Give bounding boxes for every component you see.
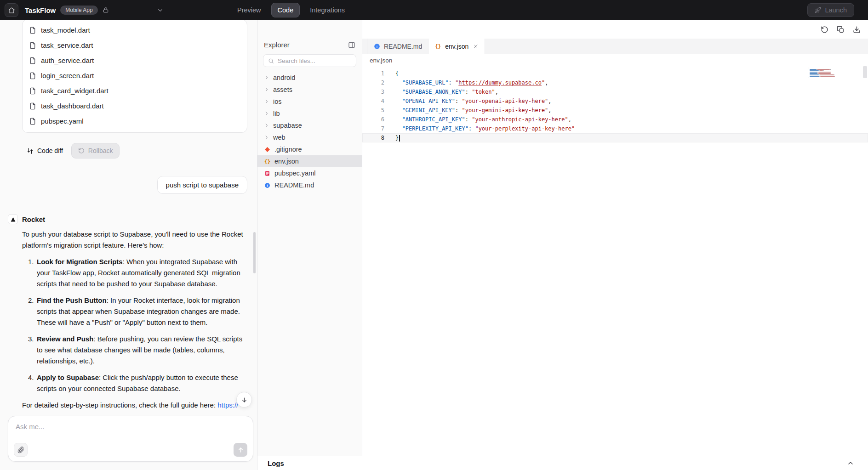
braces-file-icon: {} <box>264 159 271 164</box>
generated-file-item[interactable]: login_screen.dart <box>23 68 247 83</box>
folder-name: assets <box>273 86 292 93</box>
code-line-7[interactable]: 7 "PERPLEXITY_API_KEY": "your-perplexity… <box>362 124 868 133</box>
file-pubspec.yaml[interactable]: pubspec.yaml <box>257 167 362 179</box>
mode-tabs: PreviewCodeIntegrations <box>231 0 351 20</box>
editor-tab-README.md[interactable]: README.md <box>367 39 428 54</box>
file-name: env.json <box>274 158 299 165</box>
file-icon <box>29 57 36 64</box>
chevron-right-icon <box>264 135 269 140</box>
project-badge: Mobile App <box>60 6 97 15</box>
home-button[interactable] <box>5 3 18 17</box>
editor-tab-env.json[interactable]: {}env.json <box>428 39 485 54</box>
generated-file-item[interactable]: task_card_widget.dart <box>23 83 247 98</box>
assistant-step: 2.Find the Push Button: In your Rocket i… <box>22 295 247 328</box>
main-area: task_model.darttask_service.dartauth_ser… <box>0 20 868 470</box>
file-.gitignore[interactable]: .gitignore <box>257 143 362 155</box>
folder-supabase[interactable]: supabase <box>257 119 362 131</box>
tab-name: env.json <box>445 43 468 50</box>
folder-ios[interactable]: ios <box>257 96 362 108</box>
chat-input-box <box>8 416 253 462</box>
tab-preview[interactable]: Preview <box>231 3 268 17</box>
chat-input[interactable] <box>8 416 253 443</box>
editor-tabs: README.md{}env.json <box>362 39 868 54</box>
folder-android[interactable]: android <box>257 72 362 84</box>
generated-file-item[interactable]: pubspec.yaml <box>23 113 247 129</box>
attach-button[interactable] <box>14 443 28 457</box>
chevron-down-icon[interactable] <box>157 7 164 14</box>
code-line-5[interactable]: 5 "GEMINI_API_KEY": "your-gemini-api-key… <box>362 106 868 115</box>
file-env.json[interactable]: {}env.json <box>257 155 362 167</box>
code-line-6[interactable]: 6 "ANTHROPIC_API_KEY": "your-anthropic-a… <box>362 115 868 124</box>
explorer-title: Explorer <box>264 41 290 49</box>
code-line-2[interactable]: 2 "SUPABASE_URL": "https://dummy.supabas… <box>362 78 868 87</box>
topbar: TaskFlow Mobile App PreviewCodeIntegrati… <box>0 0 868 20</box>
info-file-icon <box>373 43 380 50</box>
tab-code[interactable]: Code <box>271 3 300 17</box>
code-line-4[interactable]: 4 "OPENAI_API_KEY": "your-openai-api-key… <box>362 96 868 106</box>
folder-lib[interactable]: lib <box>257 108 362 119</box>
generated-file-item[interactable]: task_dashboard.dart <box>23 98 247 113</box>
logs-label: Logs <box>268 459 284 467</box>
file-README.md[interactable]: README.md <box>257 179 362 191</box>
workspace-row: Explorer androidassetsioslibsu <box>257 20 868 456</box>
file-name: task_card_widget.dart <box>41 87 108 95</box>
chevron-right-icon <box>264 99 269 104</box>
file-icon <box>29 102 36 110</box>
file-icon <box>29 42 36 49</box>
download-icon <box>853 26 861 34</box>
folder-assets[interactable]: assets <box>257 84 362 96</box>
guide-link[interactable]: https:// <box>217 401 238 409</box>
assistant-step: 1.Look for Migration Scripts: When you i… <box>22 256 247 289</box>
send-button[interactable] <box>234 443 247 457</box>
project-switcher[interactable]: TaskFlow Mobile App <box>25 6 109 15</box>
code-line-8[interactable]: 8} <box>362 133 868 142</box>
chat-scroll-area[interactable]: task_model.darttask_service.dartauth_ser… <box>0 20 257 470</box>
close-icon[interactable] <box>473 44 479 49</box>
file-name: pubspec.yaml <box>41 117 84 125</box>
chat-scrollbar[interactable] <box>253 232 256 273</box>
code-line-3[interactable]: 3 "SUPABASE_ANON_KEY": "token", <box>362 87 868 96</box>
message-actions: Code diff Rollback <box>23 143 257 159</box>
git-file-icon <box>264 147 271 153</box>
tab-integrations[interactable]: Integrations <box>303 3 351 17</box>
minimap[interactable] <box>809 67 837 78</box>
yaml-file-icon <box>264 170 271 176</box>
download-button[interactable] <box>853 26 861 34</box>
copy-button[interactable] <box>837 26 845 34</box>
logs-bar[interactable]: Logs <box>257 456 868 470</box>
generated-file-item[interactable]: task_model.dart <box>23 23 247 38</box>
scroll-to-bottom-button[interactable] <box>236 392 252 408</box>
file-name: README.md <box>274 181 314 189</box>
expand-logs-button[interactable] <box>847 459 854 467</box>
rotate-ccw-icon <box>78 147 85 154</box>
code-line-1[interactable]: 1{ <box>362 69 868 78</box>
breadcrumb: env.json <box>362 54 868 66</box>
generated-file-item[interactable]: task_service.dart <box>23 38 247 53</box>
chat-panel: task_model.darttask_service.dartauth_ser… <box>0 20 257 470</box>
outro-text: For detailed step-by-step instructions, … <box>22 401 217 409</box>
launch-button[interactable]: Launch <box>807 3 854 17</box>
rollback-button[interactable]: Rollback <box>71 143 120 159</box>
folder-web[interactable]: web <box>257 131 362 143</box>
generated-file-item[interactable]: auth_service.dart <box>23 53 247 68</box>
chevron-right-icon <box>264 87 269 92</box>
text-cursor <box>399 135 400 142</box>
editor-scrollbar[interactable] <box>863 66 867 78</box>
history-button[interactable] <box>821 26 828 34</box>
assistant-steps: 1.Look for Migration Scripts: When you i… <box>22 256 247 394</box>
code-area[interactable]: 1{2 "SUPABASE_URL": "https://dummy.supab… <box>362 66 868 456</box>
code-editor: README.md{}env.json env.json 1{2 "SUPABA… <box>362 20 868 456</box>
collapse-panel-button[interactable] <box>348 41 355 49</box>
app-window: TaskFlow Mobile App PreviewCodeIntegrati… <box>0 0 868 470</box>
panel-icon <box>348 41 355 49</box>
file-explorer: Explorer androidassetsioslibsu <box>257 20 362 456</box>
code-diff-button[interactable]: Code diff <box>23 143 67 158</box>
assistant-outro: For detailed step-by-step instructions, … <box>22 400 247 411</box>
code-diff-label: Code diff <box>37 147 63 154</box>
launch-label: Launch <box>825 6 847 14</box>
file-name: .gitignore <box>274 146 302 153</box>
assistant-body: To push your database script to Supabase… <box>22 229 247 411</box>
file-icon <box>29 72 36 79</box>
file-name: login_screen.dart <box>41 72 94 79</box>
file-search-input[interactable] <box>278 57 351 64</box>
